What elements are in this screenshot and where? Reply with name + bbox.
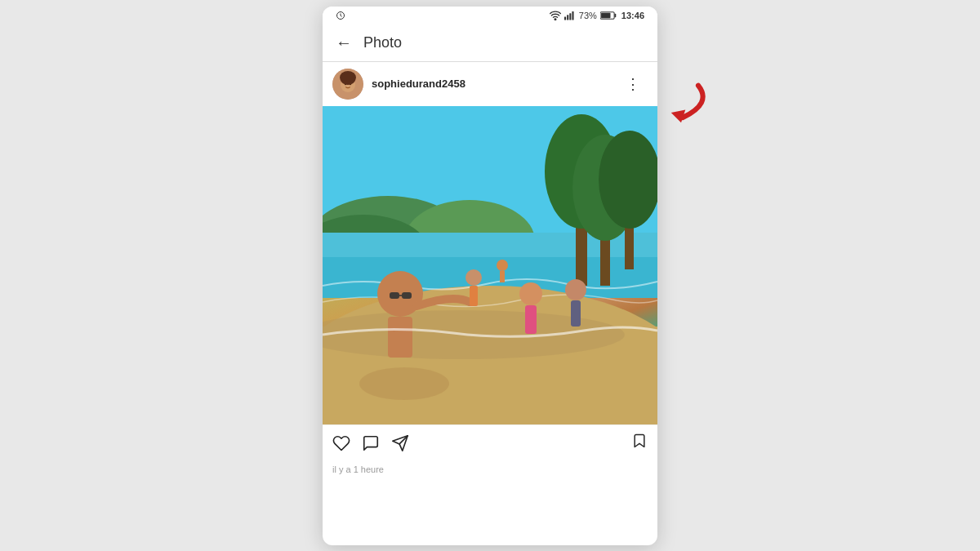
svg-rect-7 xyxy=(614,13,616,16)
svg-point-37 xyxy=(519,282,542,305)
top-nav: ← Photo xyxy=(323,24,657,62)
page-title: Photo xyxy=(363,34,402,51)
svg-rect-36 xyxy=(388,317,412,358)
signal-icon xyxy=(564,11,576,20)
avatar[interactable] xyxy=(332,69,363,100)
svg-rect-5 xyxy=(572,11,573,20)
status-right: 73% 13:46 xyxy=(550,11,644,20)
svg-rect-34 xyxy=(402,292,412,299)
like-button[interactable] xyxy=(332,434,350,452)
svg-rect-38 xyxy=(525,305,537,334)
svg-rect-40 xyxy=(571,300,581,327)
svg-point-14 xyxy=(341,73,355,85)
svg-point-1 xyxy=(555,18,556,20)
svg-rect-4 xyxy=(569,13,571,20)
time-ago: il y a 1 heure xyxy=(332,464,384,474)
wifi-icon xyxy=(550,11,561,20)
more-options-button[interactable]: ⋮ xyxy=(619,72,648,96)
svg-rect-2 xyxy=(564,16,566,20)
svg-rect-42 xyxy=(470,286,478,306)
comment-button[interactable] xyxy=(362,434,380,452)
bookmark-icon xyxy=(631,432,648,450)
time-display: 13:46 xyxy=(621,11,644,20)
phone-frame: 73% 13:46 ← Photo xyxy=(323,7,657,545)
alarm-icon xyxy=(336,11,345,20)
send-icon xyxy=(391,434,409,452)
bookmark-button[interactable] xyxy=(631,432,648,455)
svg-point-41 xyxy=(466,269,482,286)
status-left xyxy=(336,11,345,20)
svg-rect-31 xyxy=(500,271,505,282)
beach-image xyxy=(323,106,657,424)
battery-icon xyxy=(600,11,617,20)
svg-rect-33 xyxy=(390,292,399,299)
avatar-image xyxy=(332,69,363,100)
action-bar xyxy=(323,424,657,461)
svg-rect-3 xyxy=(567,15,568,20)
svg-point-39 xyxy=(565,279,586,300)
battery-text: 73% xyxy=(579,11,597,20)
status-bar: 73% 13:46 xyxy=(323,7,657,24)
username[interactable]: sophiedurand2458 xyxy=(372,78,619,90)
svg-rect-8 xyxy=(601,12,610,17)
post-header: sophiedurand2458 ⋮ xyxy=(323,62,657,106)
heart-icon xyxy=(332,434,350,452)
comment-icon xyxy=(362,434,380,452)
back-button[interactable]: ← xyxy=(336,33,352,52)
svg-point-30 xyxy=(497,260,508,271)
timestamp: il y a 1 heure xyxy=(323,461,657,481)
share-button[interactable] xyxy=(391,434,409,452)
post-image xyxy=(323,106,657,424)
svg-marker-46 xyxy=(671,109,686,122)
action-icons-left xyxy=(332,434,631,452)
svg-point-43 xyxy=(359,367,449,400)
